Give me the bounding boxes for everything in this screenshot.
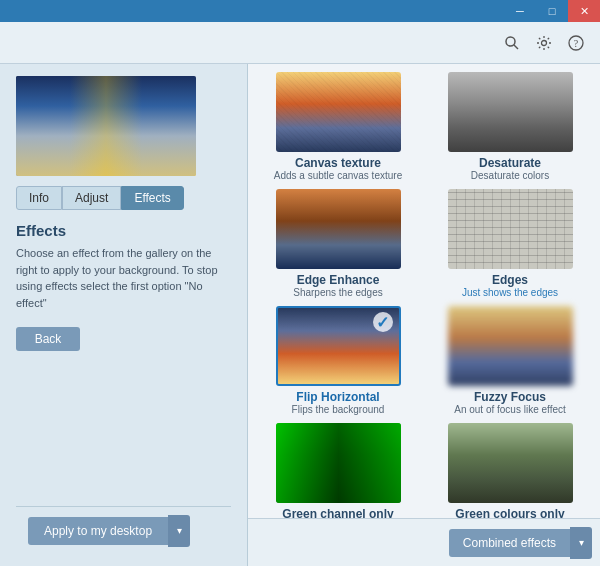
thumb-fuzzy-focus [448,306,573,386]
effect-green-channel[interactable]: Green channel only Remove everything but… [256,423,420,518]
tab-group: Info Adjust Effects [16,186,231,210]
preview-image [16,76,196,176]
title-bar: ─ □ ✕ [0,0,600,22]
thumb-edges [448,189,573,269]
effect-edge-enhance[interactable]: Edge Enhance Sharpens the edges [256,189,420,298]
tab-adjust[interactable]: Adjust [62,186,121,210]
desc-edge-enhance: Sharpens the edges [293,287,383,298]
section-title: Effects [16,222,231,239]
minimize-button[interactable]: ─ [504,0,536,22]
combined-effects-button[interactable]: Combined effects [449,529,570,557]
left-panel: Info Adjust Effects Effects Choose an ef… [0,64,248,566]
bottom-bar-right: Combined effects ▾ [248,518,600,566]
svg-point-0 [506,37,515,46]
effect-edges[interactable]: Edges Just shows the edges [428,189,592,298]
combined-effects-dropdown[interactable]: ▾ [570,527,592,559]
desc-fuzzy-focus: An out of focus like effect [454,404,566,415]
svg-text:?: ? [574,38,579,49]
content-area: Info Adjust Effects Effects Choose an ef… [0,64,600,566]
search-icon[interactable] [500,31,524,55]
label-green-channel: Green channel only [282,507,393,518]
effects-grid: Canvas texture Adds a subtle canvas text… [256,72,592,518]
toolbar: ? [0,22,600,64]
label-canvas-texture: Canvas texture [295,156,381,170]
desc-flip-horizontal: Flips the background [292,404,385,415]
section-desc: Choose an effect from the gallery on the… [16,245,231,311]
effect-desaturate[interactable]: Desaturate Desaturate colors [428,72,592,181]
label-green-colours: Green colours only [455,507,564,518]
label-flip-horizontal: Flip Horizontal [296,390,379,404]
label-edges: Edges [492,273,528,287]
effect-green-colours[interactable]: Green colours only Only keep greens [428,423,592,518]
right-panel: Canvas texture Adds a subtle canvas text… [248,64,600,566]
svg-point-2 [542,40,547,45]
thumb-flip-horizontal [276,306,401,386]
settings-icon[interactable] [532,31,556,55]
help-icon[interactable]: ? [564,31,588,55]
desc-edges: Just shows the edges [462,287,558,298]
thumb-desaturate [448,72,573,152]
thumb-canvas-texture [276,72,401,152]
thumb-green-channel [276,423,401,503]
apply-button[interactable]: Apply to my desktop [28,517,168,545]
label-fuzzy-focus: Fuzzy Focus [474,390,546,404]
effects-grid-container[interactable]: Canvas texture Adds a subtle canvas text… [248,64,600,518]
tab-info[interactable]: Info [16,186,62,210]
thumb-green-colours [448,423,573,503]
effect-fuzzy-focus[interactable]: Fuzzy Focus An out of focus like effect [428,306,592,415]
maximize-button[interactable]: □ [536,0,568,22]
effect-flip-horizontal[interactable]: Flip Horizontal Flips the background [256,306,420,415]
close-button[interactable]: ✕ [568,0,600,22]
main-container: ? Info Adjust Effects Effects Choose an … [0,22,600,566]
label-desaturate: Desaturate [479,156,541,170]
back-button[interactable]: Back [16,327,80,351]
tab-effects[interactable]: Effects [121,186,183,210]
effect-canvas-texture[interactable]: Canvas texture Adds a subtle canvas text… [256,72,420,181]
svg-line-1 [514,45,518,49]
desc-canvas-texture: Adds a subtle canvas texture [274,170,402,181]
desc-desaturate: Desaturate colors [471,170,549,181]
bottom-bar-left: Apply to my desktop ▾ [16,506,231,554]
thumb-edge-enhance [276,189,401,269]
label-edge-enhance: Edge Enhance [297,273,380,287]
apply-dropdown-button[interactable]: ▾ [168,515,190,547]
